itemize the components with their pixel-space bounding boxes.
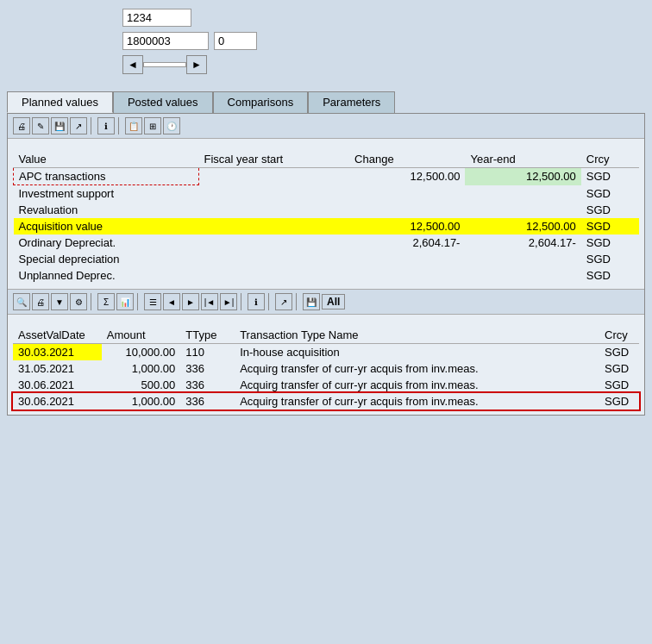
chart-icon[interactable]: 📊 [116, 293, 134, 310]
asset-row [10, 32, 642, 50]
calc-icon[interactable]: 📋 [125, 117, 142, 134]
fiscal-year-row: ◄ ► [10, 55, 642, 74]
top-section: ◄ ► [0, 0, 652, 84]
planned-row-value: APC transactions [14, 168, 199, 185]
print2-icon[interactable]: 🖨 [32, 293, 49, 310]
planned-row-fy-start [198, 251, 349, 267]
fiscal-year-nav: ◄ ► [122, 55, 207, 74]
asset-input[interactable] [122, 32, 209, 50]
sep4 [137, 293, 141, 310]
next-icon[interactable]: ► [182, 293, 199, 310]
filter-icon[interactable]: ▼ [51, 293, 68, 310]
sep6 [268, 293, 272, 310]
sep5 [241, 293, 244, 310]
planned-row-fy-start [198, 234, 349, 251]
planned-row-change [349, 251, 465, 267]
table-row: 31.05.20211,000.00336Acquirg transfer of… [13, 360, 639, 377]
tab-comparisons[interactable]: Comparisons [213, 91, 309, 113]
planned-values-table: Value Fiscal year start Change Year-end … [13, 151, 639, 284]
sum-icon[interactable]: Σ [97, 293, 115, 310]
change-icon[interactable]: ✎ [32, 117, 49, 134]
planned-row-change: 12,500.00 [349, 218, 465, 234]
company-code-row [10, 9, 642, 27]
save-icon[interactable]: 💾 [51, 117, 68, 134]
tab-posted-values[interactable]: Posted values [113, 91, 213, 113]
trans-row-date: 30.06.2021 [13, 393, 102, 410]
sep1 [91, 117, 94, 134]
planned-row-crcy: SGD [581, 234, 639, 251]
table-icon[interactable]: ⊞ [144, 117, 161, 134]
trans-row-amount: 500.00 [102, 377, 180, 393]
trans-row-ttype: 336 [180, 377, 235, 393]
planned-row-value: Unplanned Deprec. [14, 267, 199, 284]
transactions-title [8, 315, 644, 327]
tab-parameters[interactable]: Parameters [308, 91, 395, 113]
first-icon[interactable]: |◄ [201, 293, 218, 310]
trans-row-ttype: 336 [180, 393, 235, 410]
print-icon[interactable]: 🖨 [13, 117, 30, 134]
sep3 [91, 293, 94, 310]
trans-row-name: Acquirg transfer of curr-yr acquis from … [235, 393, 599, 410]
layout-icon[interactable]: ☰ [144, 293, 161, 310]
clock-icon[interactable]: 🕐 [163, 117, 180, 134]
transactions-table-container: AssetValDate Amount TType Transaction Ty… [8, 327, 644, 415]
trans-col-header-ttype: TType [180, 327, 235, 344]
fiscal-year-next-btn[interactable]: ► [186, 55, 207, 74]
trans-col-header-amount: Amount [102, 327, 180, 344]
planned-row-fy-start [198, 185, 349, 203]
zoom-icon[interactable]: 🔍 [13, 293, 30, 310]
planned-row-change: 12,500.00 [349, 168, 465, 185]
planned-row-fy-start [198, 168, 349, 185]
export2-icon[interactable]: ↗ [275, 293, 292, 310]
trans-row-date: 30.06.2021 [13, 377, 102, 393]
table-row: 30.03.202110,000.00110In-house acquisiti… [13, 344, 639, 361]
planned-row-value: Acquisition value [14, 218, 199, 234]
main-content: 🖨 ✎ 💾 ↗ ℹ 📋 ⊞ 🕐 Value Fiscal year start … [7, 113, 645, 416]
col-header-fy-start: Fiscal year start [198, 151, 349, 168]
info-icon[interactable]: ℹ [97, 117, 115, 134]
col-header-value: Value [14, 151, 199, 168]
col-header-yearend: Year-end [465, 151, 580, 168]
trans-row-amount: 10,000.00 [102, 344, 180, 361]
planned-row-fy-start [198, 202, 349, 218]
all-button[interactable]: All [322, 294, 345, 309]
planned-row-value: Revaluation [14, 202, 199, 218]
planned-row-fy-start [198, 218, 349, 234]
planned-values-table-container: Value Fiscal year start Change Year-end … [8, 151, 644, 289]
planned-row-crcy: SGD [581, 168, 639, 185]
export-icon[interactable]: ↗ [70, 117, 87, 134]
prev-icon[interactable]: ◄ [163, 293, 180, 310]
trans-row-date: 30.03.2021 [13, 344, 102, 361]
company-code-input[interactable] [122, 9, 191, 27]
tabs-container: Planned values Posted values Comparisons… [7, 91, 652, 113]
fiscal-year-prev-btn[interactable]: ◄ [122, 55, 143, 74]
top-toolbar: 🖨 ✎ 💾 ↗ ℹ 📋 ⊞ 🕐 [8, 114, 644, 139]
planned-row-value: Investment support [14, 185, 199, 203]
table-row: 30.06.20211,000.00336Acquirg transfer of… [13, 393, 639, 410]
save2-icon[interactable]: 💾 [303, 293, 320, 310]
planned-row-yearend [465, 267, 580, 284]
planned-row-crcy: SGD [581, 251, 639, 267]
bottom-toolbar: 🔍 🖨 ▼ ⚙ Σ 📊 ☰ ◄ ► |◄ ►| ℹ ↗ 💾 All [8, 289, 644, 315]
settings-icon[interactable]: ⚙ [70, 293, 87, 310]
tab-planned-values[interactable]: Planned values [7, 91, 113, 113]
planned-row-crcy: SGD [581, 202, 639, 218]
trans-row-crcy: SGD [599, 344, 639, 361]
trans-row-name: Acquirg transfer of curr-yr acquis from … [235, 377, 599, 393]
info2-icon[interactable]: ℹ [248, 293, 265, 310]
trans-row-amount: 1,000.00 [102, 360, 180, 377]
planned-row-value: Special depreciation [14, 251, 199, 267]
transactions-table: AssetValDate Amount TType Transaction Ty… [13, 327, 639, 410]
trans-row-date: 31.05.2021 [13, 360, 102, 377]
last-icon[interactable]: ►| [220, 293, 237, 310]
asset-sub-input[interactable] [214, 32, 257, 50]
trans-col-header-crcy: Crcy [599, 327, 639, 344]
planned-row-yearend: 2,604.17- [465, 234, 580, 251]
trans-col-header-date: AssetValDate [13, 327, 102, 344]
col-header-crcy: Crcy [581, 151, 639, 168]
planned-row-crcy: SGD [581, 185, 639, 203]
planned-row-crcy: SGD [581, 267, 639, 284]
trans-row-crcy: SGD [599, 377, 639, 393]
planned-row-yearend [465, 202, 580, 218]
planned-row-yearend [465, 251, 580, 267]
